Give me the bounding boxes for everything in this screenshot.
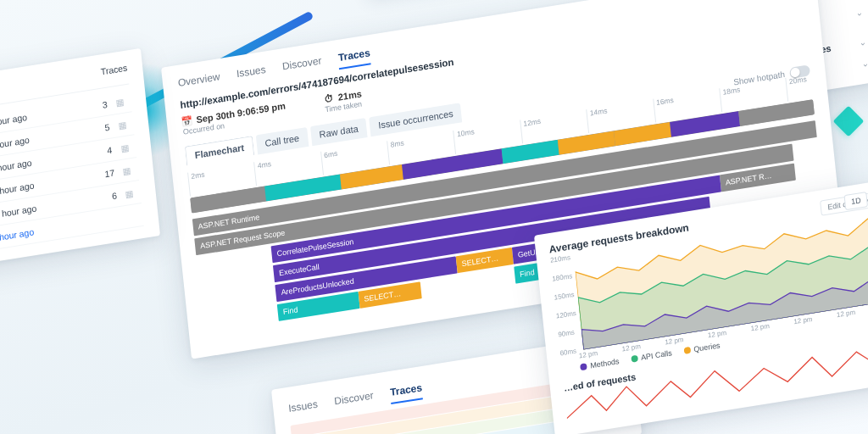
legend-methods: Methods [580,357,620,371]
x-tick: 12 pm [708,329,727,339]
x-tick: 12 pm [665,336,684,346]
chart-range-tools: 1D 30D Custom 7d 7d [843,172,868,210]
chevron-down-icon: ⌄ [861,58,868,69]
time-taken-block: ⏱21ms Time taken [323,88,363,114]
subtab-call-tree[interactable]: Call tree [255,127,309,154]
legend-queries: Queries [683,341,721,355]
x-tick: 12 pm [621,342,641,353]
grid-icon: ▦ [120,141,136,153]
chevron-down-icon: ⌄ [859,37,866,47]
x-tick: 12 pm [837,309,856,319]
timeline-tick: 4ms [253,159,273,186]
subtab-raw-data[interactable]: Raw data [310,118,368,146]
x-tick: 12 pm [750,322,770,332]
grid-icon: ▦ [115,95,131,108]
tab-discover[interactable]: Discover [281,54,322,78]
grid-icon: ▦ [118,118,134,131]
x-tick: 12 pm [579,349,598,359]
tab-traces[interactable]: Traces [390,381,424,404]
timeline-tick: 10ms [453,127,476,154]
timeline-tick: 2ms [187,170,207,197]
tab-issues[interactable]: Issues [288,398,319,420]
chevron-down-icon: ⌄ [855,8,863,18]
timeline-tick: 6ms [320,149,340,175]
clock-icon: ⏱ [323,93,334,105]
x-tick: 12 pm [793,315,813,326]
tab-discover[interactable]: Discover [334,389,375,413]
timeline-tick: 12ms [520,117,542,144]
grid-icon: ▦ [125,186,141,199]
list-head-traces: Traces [100,63,128,83]
timeline-tick: 20ms [786,75,809,102]
legend-api-calls: API Calls [631,348,672,364]
grid-icon: ▦ [122,164,138,176]
timeline-tick: 8ms [387,138,406,164]
calendar-icon: 📅 [181,115,192,127]
timeline-tick: 18ms [719,85,742,112]
subtab-flamechart[interactable]: Flamechart [185,136,254,166]
occurrence-list-panel: Custom Traces an hour agoan hour ago3▦an… [0,48,160,281]
tab-overview[interactable]: Overview [177,70,221,95]
tab-traces[interactable]: Traces [337,47,371,70]
tab-issues[interactable]: Issues [236,64,266,86]
timeline-tick: 16ms [653,96,676,123]
timeline-tick: 14ms [586,106,609,133]
